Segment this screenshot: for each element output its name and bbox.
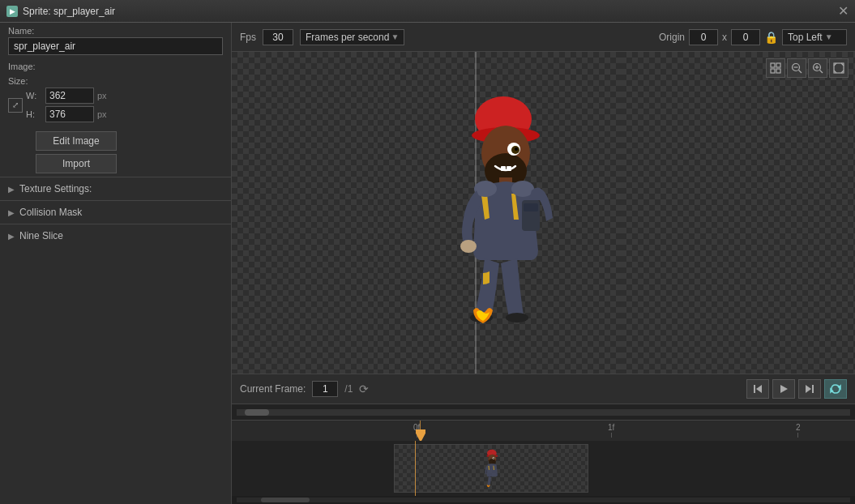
texture-settings-label: Texture Settings: <box>19 183 92 194</box>
texture-settings-header[interactable]: ▶ Texture Settings: <box>0 177 231 200</box>
zoom-out-button[interactable] <box>787 58 806 78</box>
svg-rect-19 <box>776 63 780 67</box>
origin-dropdown-label: Top Left <box>788 32 823 43</box>
nine-slice-header[interactable]: ▶ Nine Slice <box>0 224 231 247</box>
scrollbar-track[interactable] <box>237 498 850 502</box>
frame-number-input[interactable] <box>312 381 338 397</box>
origin-label: Origin <box>659 32 685 43</box>
size-section: Size: ⤢ W: px H: px <box>0 73 231 128</box>
svg-line-23 <box>799 70 802 74</box>
ruler-mark-1f: 1f <box>608 423 614 438</box>
frame-total: /1 <box>344 383 353 395</box>
svg-rect-30 <box>754 385 755 393</box>
fps-dropdown-arrow: ▼ <box>391 32 399 41</box>
timeline-ruler: 0f 1f 2 <box>232 420 855 441</box>
origin-section: Origin x 🔒 Top Left ▼ <box>659 29 847 45</box>
height-input[interactable] <box>45 106 94 122</box>
playback-bar: Current Frame: /1 ⟳ <box>232 374 855 404</box>
timeline-scroll-thumb[interactable] <box>245 409 269 416</box>
timeline-frames <box>232 441 855 496</box>
ruler-mark-2: 2 <box>796 423 801 438</box>
collision-mask-arrow: ▶ <box>8 208 15 217</box>
checker-right <box>621 52 855 374</box>
toolbar: Fps Frames per second ▼ Origin x 🔒 Top L… <box>232 23 855 52</box>
name-input[interactable] <box>8 37 223 55</box>
zoom-in-button[interactable] <box>808 58 827 78</box>
last-frame-button[interactable] <box>798 379 821 399</box>
right-panel: Fps Frames per second ▼ Origin x 🔒 Top L… <box>232 23 855 504</box>
lock-icon[interactable]: 🔒 <box>764 31 778 44</box>
name-field-row: Name: <box>0 23 231 58</box>
grid-icon <box>770 62 781 74</box>
image-buttons: Edit Image Import <box>0 128 231 177</box>
timeline-lane <box>232 441 855 496</box>
svg-point-15 <box>506 313 528 322</box>
import-button[interactable]: Import <box>36 154 117 173</box>
play-icon <box>779 384 789 394</box>
fps-input[interactable] <box>263 29 293 45</box>
origin-x-input[interactable] <box>689 29 718 45</box>
origin-x-label: x <box>722 32 727 43</box>
timeline-scrollbar[interactable] <box>232 404 855 420</box>
app-icon: ▶ <box>6 6 18 17</box>
first-frame-button[interactable] <box>746 379 769 399</box>
frame-cell[interactable] <box>394 444 588 493</box>
edit-image-button[interactable]: Edit Image <box>36 131 117 151</box>
name-label: Name: <box>8 26 223 36</box>
checker-left <box>232 52 378 374</box>
ruler-tick-2 <box>797 433 798 438</box>
window-title: Sprite: spr_player_air <box>23 6 115 17</box>
ruler-label-2: 2 <box>796 423 801 432</box>
fps-dropdown[interactable]: Frames per second ▼ <box>300 29 404 45</box>
width-input[interactable] <box>45 88 94 104</box>
width-unit: px <box>97 91 107 100</box>
image-label: Image: <box>0 58 231 73</box>
sprite-svg <box>418 88 580 331</box>
height-unit: px <box>97 109 107 119</box>
origin-y-input[interactable] <box>731 29 760 45</box>
height-label: H: <box>26 109 42 119</box>
origin-dropdown-arrow: ▼ <box>825 32 833 41</box>
svg-point-13 <box>460 240 477 253</box>
collision-mask-section: ▶ Collision Mask <box>0 200 231 224</box>
grid-toggle-button[interactable] <box>766 58 785 78</box>
frame-thumbnail <box>471 448 511 489</box>
svg-rect-20 <box>771 69 775 73</box>
canvas-area <box>232 52 855 374</box>
fit-icon <box>833 62 844 74</box>
texture-settings-arrow: ▶ <box>8 185 15 194</box>
timeline-scroll-track[interactable] <box>237 409 850 416</box>
loop-icon[interactable]: ⟳ <box>359 382 369 395</box>
zoom-out-icon <box>791 62 802 74</box>
first-frame-icon <box>753 384 763 394</box>
origin-dropdown[interactable]: Top Left ▼ <box>782 29 847 45</box>
loop-playback-button[interactable] <box>824 379 847 399</box>
svg-rect-18 <box>771 63 775 67</box>
playhead[interactable] <box>416 429 425 441</box>
svg-rect-21 <box>776 69 780 73</box>
left-panel: Name: Image: Size: ⤢ W: px H: px <box>0 23 232 504</box>
texture-settings-section: ▶ Texture Settings: <box>0 177 231 200</box>
ruler-track: 0f 1f 2 <box>237 421 850 441</box>
svg-point-41 <box>494 458 495 459</box>
fit-view-button[interactable] <box>829 58 849 78</box>
svg-marker-32 <box>780 385 788 393</box>
collision-mask-header[interactable]: ▶ Collision Mask <box>0 201 231 224</box>
close-button[interactable]: ✕ <box>838 5 849 18</box>
zoom-in-icon <box>812 62 823 74</box>
nine-slice-label: Nine Slice <box>19 230 63 241</box>
play-button[interactable] <box>772 379 795 399</box>
loop-playback-icon <box>830 383 841 395</box>
timeline-playhead-line <box>415 441 416 496</box>
width-label: W: <box>26 91 42 100</box>
svg-marker-34 <box>806 385 811 393</box>
svg-rect-8 <box>501 166 506 171</box>
fps-label: Fps <box>240 32 256 43</box>
svg-point-7 <box>515 147 518 151</box>
scrollbar-thumb[interactable] <box>261 498 310 502</box>
zoom-controls <box>766 58 849 78</box>
bottom-scrollbar[interactable] <box>232 496 855 504</box>
last-frame-icon <box>805 384 814 394</box>
svg-rect-33 <box>812 385 814 393</box>
svg-rect-9 <box>507 166 511 171</box>
